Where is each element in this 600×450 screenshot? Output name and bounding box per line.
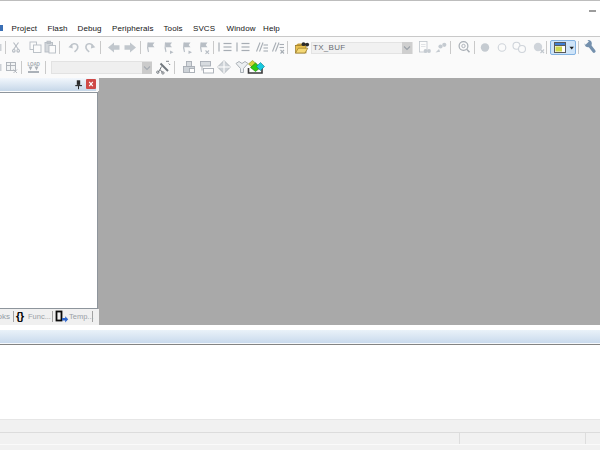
svg-text:LOAD: LOAD — [28, 62, 41, 67]
